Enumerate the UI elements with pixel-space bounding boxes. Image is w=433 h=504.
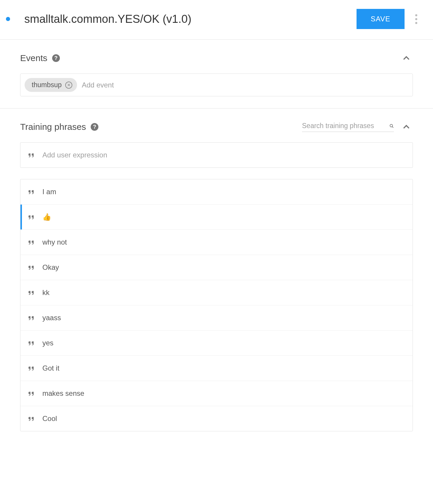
- add-expression-box[interactable]: [20, 142, 413, 168]
- help-icon[interactable]: ?: [52, 54, 60, 62]
- training-section-header: Training phrases ?: [20, 120, 413, 133]
- training-phrase-row[interactable]: 👍: [20, 205, 413, 230]
- quote-icon: [28, 314, 35, 322]
- save-button[interactable]: SAVE: [357, 9, 405, 29]
- training-phrase-row[interactable]: Got it: [20, 356, 413, 381]
- quote-icon: [28, 264, 35, 271]
- events-section-header: Events ?: [20, 52, 413, 65]
- quote-icon: [28, 213, 35, 221]
- event-chip[interactable]: thumbsup✕: [25, 78, 77, 92]
- chevron-up-icon: [401, 53, 412, 63]
- quote-icon: [28, 390, 35, 397]
- quote-icon: [28, 289, 35, 296]
- svg-line-1: [392, 126, 393, 127]
- training-phrase-text: Cool: [42, 414, 57, 423]
- chevron-up-icon: [401, 122, 412, 132]
- training-phrase-row[interactable]: yes: [20, 331, 413, 356]
- events-title: Events: [20, 53, 47, 63]
- page-header: smalltalk.common.YES/OK (v1.0) SAVE: [0, 0, 433, 40]
- search-training-input[interactable]: [302, 122, 389, 130]
- add-expression-input[interactable]: [42, 151, 405, 159]
- quote-icon: [28, 364, 35, 372]
- quote-icon: [28, 339, 35, 347]
- training-phrase-row[interactable]: why not: [20, 230, 413, 255]
- page-title: smalltalk.common.YES/OK (v1.0): [24, 13, 357, 25]
- training-phrase-text: yes: [42, 339, 53, 347]
- training-phrase-text: I am: [42, 188, 56, 196]
- training-phrase-list: I am👍why notOkaykkyaassyesGot itmakes se…: [20, 179, 413, 431]
- events-section: Events ? thumbsup✕: [0, 40, 433, 108]
- status-dot: [6, 17, 10, 21]
- collapse-toggle-events[interactable]: [400, 52, 413, 65]
- training-phrase-row[interactable]: I am: [20, 179, 413, 205]
- training-phrase-text: 👍: [42, 213, 51, 221]
- training-title: Training phrases: [20, 122, 86, 132]
- quote-icon: [28, 188, 35, 196]
- search-icon[interactable]: [389, 122, 394, 130]
- training-phrase-text: why not: [42, 238, 67, 246]
- collapse-toggle-training[interactable]: [400, 120, 413, 133]
- quote-icon: [28, 151, 35, 159]
- quote-icon: [28, 415, 35, 422]
- remove-chip-icon[interactable]: ✕: [65, 82, 72, 89]
- training-phrase-text: yaass: [42, 314, 61, 322]
- training-phrase-text: kk: [42, 288, 49, 297]
- add-event-input[interactable]: [82, 81, 170, 89]
- quote-icon: [28, 238, 35, 246]
- training-phrase-row[interactable]: kk: [20, 280, 413, 305]
- more-menu-icon[interactable]: [413, 12, 420, 26]
- training-phrase-row[interactable]: Cool: [20, 406, 413, 431]
- training-phrase-row[interactable]: makes sense: [20, 381, 413, 406]
- event-chip-label: thumbsup: [32, 81, 62, 89]
- events-input-box[interactable]: thumbsup✕: [20, 74, 413, 96]
- training-phrase-row[interactable]: yaass: [20, 305, 413, 331]
- training-phrase-text: Got it: [42, 364, 59, 372]
- training-phrase-text: Okay: [42, 263, 59, 272]
- svg-point-0: [390, 124, 393, 127]
- training-section: Training phrases ? I am👍why notOkaykkyaa…: [0, 108, 433, 443]
- search-training-wrap: [302, 122, 394, 132]
- help-icon[interactable]: ?: [91, 123, 98, 131]
- training-phrase-row[interactable]: Okay: [20, 255, 413, 280]
- training-phrase-text: makes sense: [42, 389, 84, 398]
